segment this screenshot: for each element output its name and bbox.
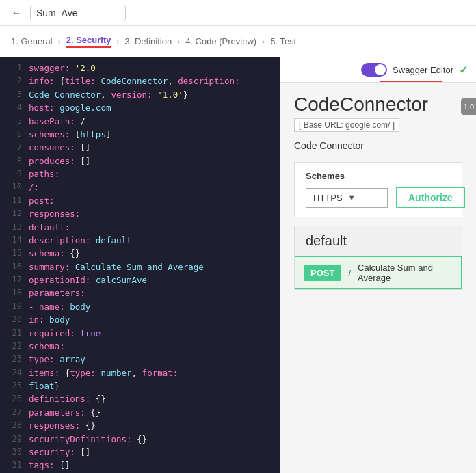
code-line-28: 28 responses: {} — [0, 419, 280, 432]
code-line-20: 20 in: body — [0, 313, 280, 326]
title-input[interactable] — [30, 5, 126, 21]
code-line-1: 1 swagger: '2.0' — [0, 62, 280, 75]
breadcrumb-test[interactable]: 5. Test — [270, 36, 296, 46]
scheme-value: HTTPS — [313, 193, 343, 203]
code-line-11: 11 post: — [0, 194, 280, 207]
code-line-14: 14 description: default — [0, 234, 280, 247]
code-editor[interactable]: 1 swagger: '2.0' 2 info: {title: CodeCon… — [0, 57, 280, 473]
code-line-29: 29 securityDefinitions: {} — [0, 433, 280, 446]
swagger-label: Swagger Editor — [393, 65, 453, 75]
default-section: default POST / Calculate Sum and Average — [294, 226, 462, 290]
code-line-2: 2 info: {title: CodeConnector, descripti… — [0, 75, 280, 87]
breadcrumb: 1. General › 2. Security › 3. Definition… — [0, 26, 476, 57]
swagger-preview: CodeConnector [ Base URL: google.com/ ] … — [280, 83, 476, 301]
breadcrumb-code-preview[interactable]: 4. Code (Preview) — [185, 36, 256, 46]
version-badge: 1.0 — [461, 98, 476, 115]
code-line-21: 21 required: true — [0, 327, 280, 340]
toggle-knob — [375, 64, 386, 75]
code-line-23: 23 type: array — [0, 353, 280, 366]
code-line-6: 6 schemes: [https] — [0, 128, 280, 141]
code-line-17: 17 operationId: calcSumAve — [0, 273, 280, 286]
bc-sep-1: › — [58, 37, 61, 46]
code-line-15: 15 schema: {} — [0, 247, 280, 260]
chevron-down-icon: ▼ — [348, 193, 356, 202]
post-method-badge: POST — [304, 265, 341, 281]
top-bar: ← — [0, 0, 476, 26]
code-line-3: 3 Code Connector, version: '1.0'} — [0, 88, 280, 101]
breadcrumb-definition[interactable]: 3. Definition — [124, 36, 172, 46]
swagger-toggle[interactable] — [361, 63, 387, 77]
bc-sep-3: › — [177, 37, 180, 46]
breadcrumb-security[interactable]: 2. Security — [66, 35, 111, 48]
bc-sep-4: › — [262, 37, 265, 46]
code-line-26: 26 definitions: {} — [0, 392, 280, 405]
post-endpoint-row[interactable]: POST / Calculate Sum and Average — [295, 256, 462, 289]
endpoint-summary: Calculate Sum and Average — [358, 262, 453, 283]
code-line-4: 4 host: google.com — [0, 101, 280, 114]
code-line-24: 24 items: {type: number, format: — [0, 366, 280, 379]
schemes-row: HTTPS ▼ Authorize — [306, 187, 451, 208]
code-line-12: 12 responses: — [0, 207, 280, 220]
code-line-31: 31 tags: [] — [0, 459, 280, 472]
code-line-16: 16 summary: Calculate Sum and Average — [0, 260, 280, 273]
check-icon: ✓ — [459, 64, 468, 77]
code-line-18: 18 parameters: — [0, 286, 280, 299]
endpoint-slash: / — [348, 268, 351, 278]
code-line-13: 13 default: — [0, 221, 280, 234]
schemes-section: Schemes HTTPS ▼ Authorize — [294, 162, 462, 217]
code-line-30: 30 security: [] — [0, 446, 280, 459]
authorize-button[interactable]: Authorize — [396, 187, 465, 208]
scheme-select[interactable]: HTTPS ▼ — [306, 188, 388, 208]
main-content: 1 swagger: '2.0' 2 info: {title: CodeCon… — [0, 57, 476, 473]
active-underline — [380, 81, 442, 82]
preview-panel: Swagger Editor ✓ 1.0 CodeConnector [ Bas… — [280, 57, 476, 473]
bc-sep-2: › — [116, 37, 119, 46]
back-icon: ← — [12, 8, 21, 18]
back-button[interactable]: ← — [8, 5, 25, 21]
code-line-19: 19 - name: body — [0, 300, 280, 313]
api-description: Code Connector — [294, 140, 462, 151]
code-line-8: 8 produces: [] — [0, 154, 280, 167]
schemes-label: Schemes — [306, 171, 451, 181]
code-line-22: 22 schema: — [0, 340, 280, 353]
breadcrumb-general[interactable]: 1. General — [11, 36, 53, 46]
default-header: default — [295, 226, 462, 256]
swagger-bar: Swagger Editor ✓ — [280, 57, 476, 83]
api-title: CodeConnector — [294, 94, 462, 116]
code-line-25: 25 float} — [0, 379, 280, 392]
code-line-5: 5 basePath: / — [0, 115, 280, 128]
code-line-7: 7 consumes: [] — [0, 141, 280, 154]
api-base-url: [ Base URL: google.com/ ] — [294, 118, 399, 132]
code-line-9: 9 paths: — [0, 167, 280, 180]
code-line-10: 10 /: — [0, 180, 280, 193]
code-line-27: 27 parameters: {} — [0, 406, 280, 419]
